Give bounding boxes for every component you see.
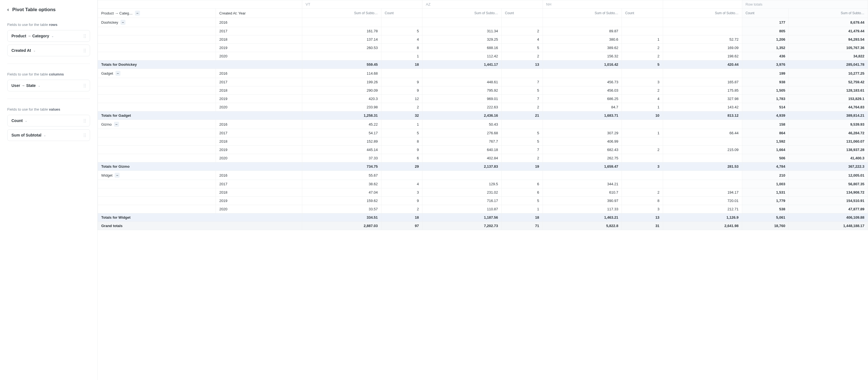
sub-count[interactable]: Count: [502, 9, 543, 18]
value-cell[interactable]: 131,060.07: [789, 137, 868, 146]
value-cell[interactable]: 506: [742, 154, 789, 163]
value-cell[interactable]: 134,908.72: [789, 188, 868, 197]
category-cell[interactable]: Doohickey−: [98, 18, 216, 27]
value-cell[interactable]: 8: [381, 137, 423, 146]
category-cell[interactable]: [98, 87, 216, 95]
value-cell[interactable]: 2: [622, 87, 663, 95]
value-cell[interactable]: 682.43: [542, 146, 622, 154]
value-cell[interactable]: 177: [742, 18, 789, 27]
year-cell[interactable]: 2020: [216, 103, 302, 111]
drag-handle-icon[interactable]: [84, 34, 86, 38]
row-header-created-at[interactable]: Created At: Year: [216, 9, 302, 18]
value-cell[interactable]: 2: [381, 205, 423, 213]
value-field-count[interactable]: Count⌄: [7, 115, 90, 127]
value-cell[interactable]: 2: [502, 27, 543, 35]
value-cell[interactable]: 8: [622, 197, 663, 205]
value-cell[interactable]: 262.75: [542, 154, 622, 163]
value-cell[interactable]: 129.5: [423, 180, 502, 188]
category-cell[interactable]: [98, 95, 216, 103]
value-field-sum-subtotal[interactable]: Sum of Subtotal⌄: [7, 129, 90, 141]
year-cell[interactable]: 2017: [216, 129, 302, 137]
value-cell[interactable]: 1,003: [742, 180, 789, 188]
value-cell[interactable]: 448.61: [423, 78, 502, 87]
value-cell[interactable]: 54.17: [302, 129, 381, 137]
value-cell[interactable]: 456.73: [542, 78, 622, 87]
value-cell[interactable]: 1: [502, 205, 543, 213]
value-cell[interactable]: 215.09: [663, 146, 742, 154]
value-cell[interactable]: 285,041.78: [789, 61, 868, 69]
value-cell[interactable]: [302, 52, 381, 61]
year-cell[interactable]: 2020: [216, 154, 302, 163]
year-cell[interactable]: 2019: [216, 197, 302, 205]
value-cell[interactable]: 18: [502, 213, 543, 222]
value-cell[interactable]: 805: [742, 27, 789, 35]
value-cell[interactable]: 1,258.31: [302, 111, 381, 120]
value-cell[interactable]: 10: [622, 111, 663, 120]
value-cell[interactable]: 32: [381, 111, 423, 120]
value-cell[interactable]: [622, 120, 663, 129]
col-group[interactable]: NH: [542, 0, 663, 9]
value-cell[interactable]: 55.67: [302, 171, 381, 180]
year-cell[interactable]: 2016: [216, 69, 302, 78]
year-cell[interactable]: 2016: [216, 120, 302, 129]
value-cell[interactable]: 344.21: [542, 180, 622, 188]
value-cell[interactable]: 1,441.17: [423, 61, 502, 69]
value-cell[interactable]: 5: [502, 197, 543, 205]
value-cell[interactable]: 137.14: [302, 35, 381, 44]
value-cell[interactable]: 610.7: [542, 188, 622, 197]
value-cell[interactable]: 89.87: [542, 27, 622, 35]
sub-count[interactable]: Count: [742, 9, 789, 18]
value-cell[interactable]: 212.71: [663, 205, 742, 213]
value-cell[interactable]: 21: [502, 111, 543, 120]
sub-sum[interactable]: Sum of Subto…: [789, 9, 868, 18]
value-cell[interactable]: 1,016.42: [542, 61, 622, 69]
value-cell[interactable]: 3,976: [742, 61, 789, 69]
value-cell[interactable]: [502, 69, 543, 78]
value-cell[interactable]: 1: [622, 103, 663, 111]
value-cell[interactable]: [542, 69, 622, 78]
value-cell[interactable]: [502, 18, 543, 27]
value-cell[interactable]: 19: [502, 163, 543, 171]
col-group[interactable]: AZ: [423, 0, 542, 9]
pivot-table-container[interactable]: VTAZNHRow totalsProduct → Categ…−Created…: [98, 0, 868, 380]
value-cell[interactable]: 38.62: [302, 180, 381, 188]
category-cell[interactable]: [98, 103, 216, 111]
value-cell[interactable]: [302, 18, 381, 27]
category-cell[interactable]: [98, 137, 216, 146]
value-cell[interactable]: 813.12: [663, 111, 742, 120]
value-cell[interactable]: 7: [502, 78, 543, 87]
category-cell[interactable]: [98, 188, 216, 197]
value-cell[interactable]: 233.98: [302, 103, 381, 111]
value-cell[interactable]: 559.45: [302, 61, 381, 69]
value-cell[interactable]: 402.84: [423, 154, 502, 163]
value-cell[interactable]: 6: [502, 180, 543, 188]
value-cell[interactable]: 2: [622, 44, 663, 52]
year-cell[interactable]: 2017: [216, 27, 302, 35]
value-cell[interactable]: 7: [502, 95, 543, 103]
value-cell[interactable]: 128,183.61: [789, 87, 868, 95]
value-cell[interactable]: 12,005.01: [789, 171, 868, 180]
value-cell[interactable]: 1: [381, 120, 423, 129]
value-cell[interactable]: 767.7: [423, 137, 502, 146]
value-cell[interactable]: 1,531: [742, 188, 789, 197]
value-cell[interactable]: 1,683.71: [542, 111, 622, 120]
value-cell[interactable]: 2: [622, 146, 663, 154]
category-cell[interactable]: [98, 180, 216, 188]
value-cell[interactable]: 969.01: [423, 95, 502, 103]
value-cell[interactable]: 290.09: [302, 87, 381, 95]
value-cell[interactable]: 13: [622, 213, 663, 222]
value-cell[interactable]: [542, 171, 622, 180]
value-cell[interactable]: 41,400.3: [789, 154, 868, 163]
category-cell[interactable]: [98, 146, 216, 154]
value-cell[interactable]: [663, 18, 742, 27]
value-cell[interactable]: 864: [742, 129, 789, 137]
collapse-icon[interactable]: −: [115, 173, 120, 178]
value-cell[interactable]: 222.63: [423, 103, 502, 111]
value-cell[interactable]: 6: [502, 188, 543, 197]
value-cell[interactable]: 5,822.8: [542, 222, 622, 230]
value-cell[interactable]: 4: [381, 180, 423, 188]
value-cell[interactable]: 538: [742, 205, 789, 213]
value-cell[interactable]: 41,479.44: [789, 27, 868, 35]
value-cell[interactable]: 199: [742, 69, 789, 78]
value-cell[interactable]: 281.53: [663, 163, 742, 171]
